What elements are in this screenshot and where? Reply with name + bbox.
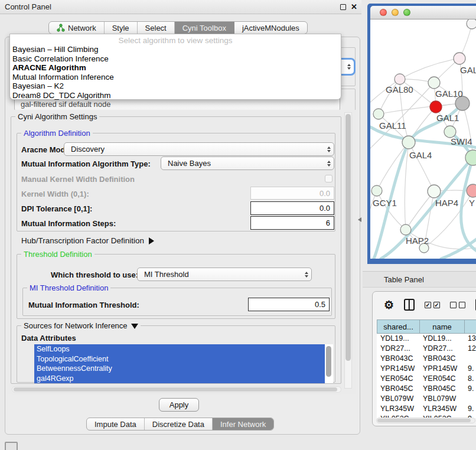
minimize-traffic-light[interactable] bbox=[392, 9, 399, 16]
tab-cyni-toolbox[interactable]: Cyni Toolbox bbox=[175, 22, 234, 34]
unchecked-box-icon bbox=[459, 302, 465, 308]
scrollbar-thumb[interactable] bbox=[345, 114, 351, 361]
list-item[interactable]: SelfLoops bbox=[34, 344, 325, 354]
network-canvas[interactable]: GALGAL80GAL10GAL1SWI4GAL11GAL4GCY1HAP4YH… bbox=[370, 19, 476, 259]
show-columns-icon[interactable]: ✓✓ bbox=[425, 302, 440, 308]
scrollbar-thumb[interactable] bbox=[14, 387, 337, 392]
data-attributes-label: Data Attributes bbox=[21, 334, 76, 343]
scrollbar-thumb[interactable] bbox=[377, 419, 471, 422]
apply-button[interactable]: Apply bbox=[159, 398, 199, 412]
table-row[interactable]: YDL19...YDL19...13 bbox=[377, 334, 476, 344]
table-row[interactable]: YER054CYER054C8. bbox=[377, 374, 476, 384]
column-header[interactable]: shared... bbox=[377, 319, 419, 334]
table-cell: 12 bbox=[464, 344, 476, 354]
table-row[interactable]: YDR27...YDR27...12 bbox=[377, 344, 476, 354]
close-traffic-light[interactable] bbox=[380, 9, 387, 16]
docked-panel-icon[interactable] bbox=[5, 442, 18, 450]
cyni-algorithm-settings-title: Cyni Algorithm Settings bbox=[15, 112, 99, 121]
list-item[interactable]: BetweennessCentrality bbox=[34, 364, 325, 374]
network-edge[interactable] bbox=[377, 142, 409, 191]
table-cell: YER054C bbox=[419, 374, 464, 384]
mi-steps-input[interactable]: 6 bbox=[250, 216, 334, 230]
tab-network[interactable]: Network bbox=[49, 22, 105, 34]
network-node[interactable] bbox=[373, 109, 384, 119]
kernel-width-input[interactable]: 0.0 bbox=[250, 187, 334, 200]
divider-collapse-icon[interactable] bbox=[358, 217, 361, 222]
tab-label: Impute Data bbox=[94, 420, 136, 429]
table-row[interactable]: YBR045CYBR045C9. bbox=[377, 384, 476, 394]
table-cell: YPR145W bbox=[419, 364, 464, 374]
column-header[interactable] bbox=[464, 319, 476, 334]
table-row[interactable]: YLR345WYLR345W9. bbox=[377, 404, 476, 414]
aracne-mode-combobox[interactable]: Discovery bbox=[64, 142, 334, 156]
table-horizontal-scrollbar[interactable] bbox=[376, 418, 475, 423]
split-columns-icon[interactable] bbox=[404, 299, 415, 311]
tab-label: Style bbox=[112, 24, 129, 32]
table-row[interactable]: YPR145WYPR145W9. bbox=[377, 364, 476, 374]
zoom-traffic-light[interactable] bbox=[403, 9, 410, 16]
network-edge[interactable] bbox=[400, 58, 459, 79]
node-label: GAL80 bbox=[386, 84, 413, 94]
tab-jactivemnodules[interactable]: jActiveMNodules bbox=[234, 22, 307, 34]
hub-definition-expander[interactable]: Hub/Transcription Factor Definition bbox=[21, 236, 154, 245]
tab-impute-data[interactable]: Impute Data bbox=[87, 418, 145, 430]
network-node[interactable] bbox=[467, 184, 476, 197]
settings-vertical-scrollbar[interactable] bbox=[344, 112, 352, 389]
mi-threshold-input[interactable]: 0.5 bbox=[248, 298, 330, 311]
gear-icon[interactable]: ⚙ bbox=[384, 299, 394, 311]
checked-box-icon: ✓ bbox=[433, 302, 440, 308]
dropdown-item[interactable]: ARACNE Algorithm bbox=[10, 63, 341, 73]
list-item[interactable]: TopologicalCoefficient bbox=[34, 354, 325, 364]
dropdown-item[interactable]: Mutual Information Inference bbox=[10, 73, 341, 82]
data-attributes-list[interactable]: SelfLoopsTopologicalCoefficientBetweenne… bbox=[34, 344, 333, 383]
manual-kernel-width-checkbox[interactable] bbox=[325, 175, 332, 182]
mi-algorithm-type-combobox[interactable]: Naive Bayes bbox=[161, 156, 334, 170]
tab-select[interactable]: Select bbox=[138, 22, 175, 34]
network-node[interactable] bbox=[428, 185, 441, 198]
node-label: SWI4 bbox=[451, 136, 472, 146]
hide-columns-icon[interactable] bbox=[450, 302, 465, 308]
network-node[interactable] bbox=[454, 53, 465, 64]
table-body: YDL19...YDL19...13YDR27...YDR27...12YBR0… bbox=[377, 334, 476, 418]
table-panel-window: ⚙ ✓✓ shared...name YDL19...YDL19...13YDR… bbox=[372, 291, 476, 426]
kernel-width-label: Kernel Width (0,1): bbox=[21, 190, 89, 198]
float-window-icon[interactable] bbox=[340, 4, 346, 10]
network-window-titlebar[interactable] bbox=[370, 6, 476, 19]
network-node[interactable] bbox=[444, 126, 456, 138]
sources-title[interactable]: Sources for Network Inference bbox=[21, 321, 141, 330]
column-header[interactable]: name bbox=[419, 319, 464, 334]
tab-discretize-data[interactable]: Discretize Data bbox=[145, 418, 213, 430]
list-item[interactable]: gal4RGexp bbox=[34, 374, 325, 384]
close-icon[interactable]: ✕ bbox=[351, 2, 357, 11]
control-panel-titlebar: Control Panel ✕ bbox=[0, 0, 361, 14]
network-node[interactable] bbox=[395, 74, 405, 84]
node-label: HAP4 bbox=[435, 198, 458, 208]
network-node[interactable] bbox=[430, 101, 442, 113]
stepper-icon bbox=[305, 272, 308, 278]
application: Control Panel ✕ Network Style Select Cyn… bbox=[0, 0, 476, 450]
mi-threshold-value: 0.5 bbox=[315, 300, 325, 309]
manual-kernel-width-label: Manual Kernel Width Definition bbox=[21, 175, 135, 184]
network-node[interactable] bbox=[371, 185, 382, 196]
unchecked-box-icon bbox=[450, 302, 457, 308]
network-node[interactable] bbox=[428, 77, 440, 89]
list-scrollbar[interactable] bbox=[326, 346, 331, 377]
network-node[interactable] bbox=[402, 136, 415, 149]
dropdown-item[interactable]: Basic Correlation Inference bbox=[10, 54, 341, 64]
tab-infer-network[interactable]: Infer Network bbox=[213, 418, 273, 430]
network-edge[interactable] bbox=[405, 142, 409, 230]
table-row[interactable]: YBR043CYBR043C bbox=[377, 354, 476, 364]
settings-horizontal-scrollbar[interactable] bbox=[12, 386, 341, 393]
table-row[interactable]: YBL079WYBL079W bbox=[377, 394, 476, 404]
dpi-tolerance-input[interactable]: 0.0 bbox=[250, 201, 334, 215]
tab-style[interactable]: Style bbox=[105, 22, 138, 34]
which-threshold-combobox[interactable]: MI Threshold bbox=[137, 268, 312, 281]
kernel-width-value: 0.0 bbox=[319, 189, 330, 198]
network-node[interactable] bbox=[467, 19, 476, 29]
table-cell: YBL079W bbox=[377, 394, 419, 404]
dropdown-item[interactable]: Bayesian – Hill Climbing bbox=[10, 45, 341, 54]
network-node[interactable] bbox=[400, 224, 411, 235]
table-cell: YDL19... bbox=[419, 334, 464, 344]
dropdown-item[interactable]: Bayesian – K2 bbox=[10, 81, 341, 91]
dropdown-item[interactable]: Dream8 DC_TDC Algorithm bbox=[10, 91, 341, 100]
